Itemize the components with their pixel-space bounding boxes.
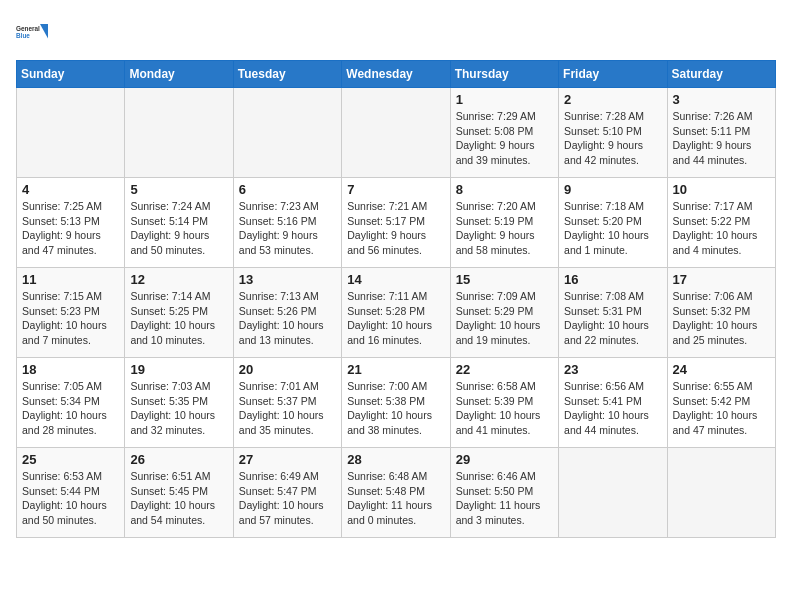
day-info: Sunrise: 7:00 AM Sunset: 5:38 PM Dayligh…: [347, 379, 444, 438]
calendar-cell: 3Sunrise: 7:26 AM Sunset: 5:11 PM Daylig…: [667, 88, 775, 178]
day-number: 13: [239, 272, 336, 287]
calendar-cell: 20Sunrise: 7:01 AM Sunset: 5:37 PM Dayli…: [233, 358, 341, 448]
calendar-cell: [342, 88, 450, 178]
day-info: Sunrise: 7:20 AM Sunset: 5:19 PM Dayligh…: [456, 199, 553, 258]
day-number: 24: [673, 362, 770, 377]
calendar-cell: 12Sunrise: 7:14 AM Sunset: 5:25 PM Dayli…: [125, 268, 233, 358]
day-number: 22: [456, 362, 553, 377]
svg-text:Blue: Blue: [16, 32, 30, 39]
day-info: Sunrise: 7:29 AM Sunset: 5:08 PM Dayligh…: [456, 109, 553, 168]
day-info: Sunrise: 6:46 AM Sunset: 5:50 PM Dayligh…: [456, 469, 553, 528]
calendar-cell: 19Sunrise: 7:03 AM Sunset: 5:35 PM Dayli…: [125, 358, 233, 448]
day-number: 28: [347, 452, 444, 467]
day-number: 27: [239, 452, 336, 467]
day-info: Sunrise: 6:48 AM Sunset: 5:48 PM Dayligh…: [347, 469, 444, 528]
day-info: Sunrise: 7:28 AM Sunset: 5:10 PM Dayligh…: [564, 109, 661, 168]
day-number: 18: [22, 362, 119, 377]
day-info: Sunrise: 7:09 AM Sunset: 5:29 PM Dayligh…: [456, 289, 553, 348]
day-number: 9: [564, 182, 661, 197]
calendar-cell: 14Sunrise: 7:11 AM Sunset: 5:28 PM Dayli…: [342, 268, 450, 358]
day-number: 10: [673, 182, 770, 197]
day-info: Sunrise: 7:05 AM Sunset: 5:34 PM Dayligh…: [22, 379, 119, 438]
calendar-cell: 13Sunrise: 7:13 AM Sunset: 5:26 PM Dayli…: [233, 268, 341, 358]
col-header-saturday: Saturday: [667, 61, 775, 88]
col-header-tuesday: Tuesday: [233, 61, 341, 88]
calendar-cell: 16Sunrise: 7:08 AM Sunset: 5:31 PM Dayli…: [559, 268, 667, 358]
day-info: Sunrise: 7:08 AM Sunset: 5:31 PM Dayligh…: [564, 289, 661, 348]
day-number: 6: [239, 182, 336, 197]
day-info: Sunrise: 7:21 AM Sunset: 5:17 PM Dayligh…: [347, 199, 444, 258]
calendar-cell: 21Sunrise: 7:00 AM Sunset: 5:38 PM Dayli…: [342, 358, 450, 448]
calendar-cell: 29Sunrise: 6:46 AM Sunset: 5:50 PM Dayli…: [450, 448, 558, 538]
logo: GeneralBlue: [16, 16, 48, 48]
day-info: Sunrise: 6:53 AM Sunset: 5:44 PM Dayligh…: [22, 469, 119, 528]
calendar-header-row: SundayMondayTuesdayWednesdayThursdayFrid…: [17, 61, 776, 88]
calendar-cell: 22Sunrise: 6:58 AM Sunset: 5:39 PM Dayli…: [450, 358, 558, 448]
calendar-cell: 1Sunrise: 7:29 AM Sunset: 5:08 PM Daylig…: [450, 88, 558, 178]
calendar-cell: 24Sunrise: 6:55 AM Sunset: 5:42 PM Dayli…: [667, 358, 775, 448]
day-info: Sunrise: 7:11 AM Sunset: 5:28 PM Dayligh…: [347, 289, 444, 348]
svg-text:General: General: [16, 25, 40, 32]
day-number: 21: [347, 362, 444, 377]
calendar-cell: 4Sunrise: 7:25 AM Sunset: 5:13 PM Daylig…: [17, 178, 125, 268]
calendar-cell: [17, 88, 125, 178]
calendar-cell: 8Sunrise: 7:20 AM Sunset: 5:19 PM Daylig…: [450, 178, 558, 268]
col-header-sunday: Sunday: [17, 61, 125, 88]
day-number: 11: [22, 272, 119, 287]
col-header-friday: Friday: [559, 61, 667, 88]
calendar-cell: [125, 88, 233, 178]
day-info: Sunrise: 7:26 AM Sunset: 5:11 PM Dayligh…: [673, 109, 770, 168]
calendar-cell: 28Sunrise: 6:48 AM Sunset: 5:48 PM Dayli…: [342, 448, 450, 538]
day-info: Sunrise: 7:06 AM Sunset: 5:32 PM Dayligh…: [673, 289, 770, 348]
day-info: Sunrise: 7:23 AM Sunset: 5:16 PM Dayligh…: [239, 199, 336, 258]
day-number: 5: [130, 182, 227, 197]
calendar-cell: 26Sunrise: 6:51 AM Sunset: 5:45 PM Dayli…: [125, 448, 233, 538]
calendar-cell: 9Sunrise: 7:18 AM Sunset: 5:20 PM Daylig…: [559, 178, 667, 268]
calendar-cell: 10Sunrise: 7:17 AM Sunset: 5:22 PM Dayli…: [667, 178, 775, 268]
day-number: 3: [673, 92, 770, 107]
calendar-cell: 23Sunrise: 6:56 AM Sunset: 5:41 PM Dayli…: [559, 358, 667, 448]
day-number: 20: [239, 362, 336, 377]
day-number: 25: [22, 452, 119, 467]
calendar-cell: [667, 448, 775, 538]
day-number: 4: [22, 182, 119, 197]
day-number: 12: [130, 272, 227, 287]
day-number: 26: [130, 452, 227, 467]
day-info: Sunrise: 7:25 AM Sunset: 5:13 PM Dayligh…: [22, 199, 119, 258]
day-number: 23: [564, 362, 661, 377]
day-number: 14: [347, 272, 444, 287]
calendar-cell: 7Sunrise: 7:21 AM Sunset: 5:17 PM Daylig…: [342, 178, 450, 268]
calendar-week-row: 4Sunrise: 7:25 AM Sunset: 5:13 PM Daylig…: [17, 178, 776, 268]
calendar-cell: [233, 88, 341, 178]
day-info: Sunrise: 6:56 AM Sunset: 5:41 PM Dayligh…: [564, 379, 661, 438]
day-info: Sunrise: 7:17 AM Sunset: 5:22 PM Dayligh…: [673, 199, 770, 258]
day-number: 7: [347, 182, 444, 197]
calendar-week-row: 1Sunrise: 7:29 AM Sunset: 5:08 PM Daylig…: [17, 88, 776, 178]
day-number: 2: [564, 92, 661, 107]
calendar-week-row: 18Sunrise: 7:05 AM Sunset: 5:34 PM Dayli…: [17, 358, 776, 448]
day-info: Sunrise: 7:01 AM Sunset: 5:37 PM Dayligh…: [239, 379, 336, 438]
day-number: 29: [456, 452, 553, 467]
calendar-week-row: 11Sunrise: 7:15 AM Sunset: 5:23 PM Dayli…: [17, 268, 776, 358]
day-info: Sunrise: 6:51 AM Sunset: 5:45 PM Dayligh…: [130, 469, 227, 528]
day-info: Sunrise: 7:15 AM Sunset: 5:23 PM Dayligh…: [22, 289, 119, 348]
calendar-cell: 25Sunrise: 6:53 AM Sunset: 5:44 PM Dayli…: [17, 448, 125, 538]
svg-marker-2: [40, 24, 48, 38]
day-info: Sunrise: 6:49 AM Sunset: 5:47 PM Dayligh…: [239, 469, 336, 528]
day-info: Sunrise: 6:58 AM Sunset: 5:39 PM Dayligh…: [456, 379, 553, 438]
col-header-thursday: Thursday: [450, 61, 558, 88]
page-header: GeneralBlue: [16, 16, 776, 48]
day-number: 19: [130, 362, 227, 377]
col-header-wednesday: Wednesday: [342, 61, 450, 88]
calendar-cell: 5Sunrise: 7:24 AM Sunset: 5:14 PM Daylig…: [125, 178, 233, 268]
day-info: Sunrise: 7:13 AM Sunset: 5:26 PM Dayligh…: [239, 289, 336, 348]
day-number: 16: [564, 272, 661, 287]
day-info: Sunrise: 7:24 AM Sunset: 5:14 PM Dayligh…: [130, 199, 227, 258]
logo-icon: GeneralBlue: [16, 16, 48, 48]
day-info: Sunrise: 7:18 AM Sunset: 5:20 PM Dayligh…: [564, 199, 661, 258]
calendar-cell: 6Sunrise: 7:23 AM Sunset: 5:16 PM Daylig…: [233, 178, 341, 268]
day-number: 17: [673, 272, 770, 287]
calendar-cell: 2Sunrise: 7:28 AM Sunset: 5:10 PM Daylig…: [559, 88, 667, 178]
calendar-cell: 27Sunrise: 6:49 AM Sunset: 5:47 PM Dayli…: [233, 448, 341, 538]
calendar-cell: [559, 448, 667, 538]
